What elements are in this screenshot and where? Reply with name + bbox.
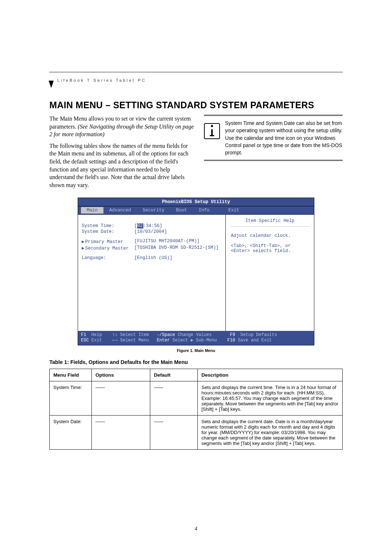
header-label: LifeBook T Series Tablet PC	[57, 78, 343, 82]
bios-body: System Time: [02:34:56] System Date: [10…	[78, 215, 314, 331]
info-icon	[204, 123, 220, 139]
bios-tab-security[interactable]: Security	[137, 207, 170, 214]
top-rule	[49, 72, 343, 72]
bios-row-time[interactable]: System Time: [02:34:56]	[82, 223, 222, 228]
bios-help-line3: <Enter> selects field.	[231, 248, 309, 254]
bios-help-title: Item Specific Help	[231, 218, 309, 227]
bios-row-secondary[interactable]: ▶Secondary Master [TOSHIBA DVD-ROM SD-R2…	[82, 245, 222, 251]
bios-screenshot: PhoenixBIOS Setup Utility Main Advanced …	[78, 198, 314, 345]
triangle-icon: ▶	[82, 246, 85, 251]
bios-val-time: [02:34:56]	[134, 223, 162, 228]
bios-time-hour: 02	[137, 223, 143, 228]
bios-label-primary: ▶Primary Master	[82, 239, 134, 244]
intro-para-2: The following tables show the names of t…	[49, 142, 195, 189]
bios-main-panel: System Time: [02:34:56] System Date: [10…	[78, 215, 226, 331]
table-title: Table 1: Fields, Options and Defaults fo…	[49, 359, 343, 365]
bios-val-primary: [FUJITSU MHT2040AT-(PM)]	[134, 239, 200, 244]
td-desc: Sets and displays the current date. Date…	[198, 416, 343, 450]
intro-left: The Main Menu allows you to set or view …	[49, 115, 195, 193]
td-desc: Sets and displays the current time. Time…	[198, 381, 343, 416]
td-default: ——	[150, 416, 198, 450]
th-default: Default	[150, 369, 198, 381]
th-description: Description	[198, 369, 343, 381]
bios-label-secondary: ▶Secondary Master	[82, 245, 134, 251]
td-options: ——	[92, 416, 150, 450]
intro-right: System Time and System Date can also be …	[204, 115, 343, 193]
bios-label-date: System Date:	[82, 229, 134, 234]
table-row: System Time: —— —— Sets and displays the…	[50, 381, 343, 416]
bios-tab-advanced[interactable]: Advanced	[103, 207, 137, 214]
td-field: System Date:	[50, 416, 92, 450]
figure-caption: Figure 1. Main Menu	[49, 348, 343, 353]
bios-row-date[interactable]: System Date: [10/03/2004]	[82, 229, 222, 234]
document-page: LifeBook T Series Tablet PC MAIN MENU – …	[0, 0, 392, 555]
note-text: System Time and System Date can also be …	[225, 119, 343, 156]
td-options: ——	[92, 381, 150, 416]
td-default: ——	[150, 381, 198, 416]
intro-columns: The Main Menu allows you to set or view …	[49, 115, 343, 193]
bios-time-rest: :34:56]	[143, 223, 163, 228]
note-box: System Time and System Date can also be …	[204, 115, 343, 161]
bios-tabs: Main Advanced Security Boot Info Exit	[78, 206, 314, 215]
bios-val-secondary: [TOSHIBA DVD-ROM SD-R2512-(SM)]	[134, 245, 219, 251]
page-number: 4	[0, 526, 392, 532]
bios-row-primary[interactable]: ▶Primary Master [FUJITSU MHT2040AT-(PM)]	[82, 239, 222, 244]
th-options: Options	[92, 369, 150, 381]
bios-help-panel: Item Specific Help Adjust calendar clock…	[226, 215, 314, 331]
table-row: System Date: —— —— Sets and displays the…	[50, 416, 343, 450]
fields-table: Menu Field Options Default Description S…	[49, 369, 343, 450]
bios-label-language: Language:	[82, 255, 134, 260]
bios-val-date: [10/03/2004]	[134, 229, 167, 234]
bios-tab-main[interactable]: Main	[81, 207, 103, 214]
bios-val-language: [English (US)]	[134, 255, 172, 260]
table-header-row: Menu Field Options Default Description	[50, 369, 343, 381]
bios-tab-boot[interactable]: Boot	[170, 207, 193, 214]
bios-tab-exit[interactable]: Exit	[222, 207, 245, 214]
bios-label-time: System Time:	[82, 223, 134, 228]
triangle-icon: ▶	[82, 239, 85, 244]
bios-footer: F1 Help ↑↓ Select Item -/Space Change Va…	[78, 331, 314, 345]
wedge-icon	[49, 81, 54, 88]
bios-row-language[interactable]: Language: [English (US)]	[82, 255, 222, 260]
bios-tab-info[interactable]: Info	[193, 207, 215, 214]
bios-help-line2: <Tab>, <Shift-Tab>, or	[231, 243, 309, 248]
bios-title: PhoenixBIOS Setup Utility	[78, 198, 314, 206]
th-menu-field: Menu Field	[50, 369, 92, 381]
page-title: MAIN MENU – SETTING STANDARD SYSTEM PARA…	[49, 100, 343, 110]
td-field: System Time:	[50, 381, 92, 416]
bios-help-line1: Adjust calendar clock.	[231, 233, 309, 238]
intro-para-1: The Main Menu allows you to set or view …	[49, 115, 195, 138]
